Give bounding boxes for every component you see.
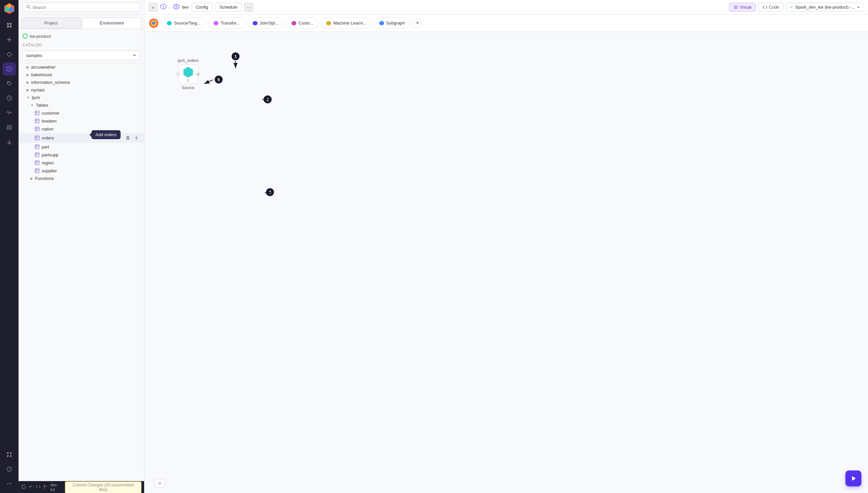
item-label: nation bbox=[42, 127, 140, 131]
more-button[interactable]: ··· bbox=[244, 3, 254, 12]
info-icon[interactable]: i bbox=[21, 485, 26, 490]
delete-btn[interactable] bbox=[124, 134, 132, 142]
canvas-dropdown[interactable] bbox=[154, 479, 165, 488]
tree-item-tpch[interactable]: ▼ tpch bbox=[19, 94, 144, 101]
search-input[interactable] bbox=[32, 5, 136, 10]
schedule-button[interactable]: Schedule bbox=[215, 3, 241, 12]
tab-environment[interactable]: Environment bbox=[82, 18, 142, 28]
svg-rect-33 bbox=[35, 119, 39, 123]
item-label: accuweather bbox=[31, 65, 140, 69]
tree-item-functions[interactable]: ▶ Functions bbox=[19, 175, 144, 182]
arrow-icon: ▶ bbox=[26, 73, 29, 77]
subgraph-label: Subgraph bbox=[386, 21, 405, 25]
item-label: supplier bbox=[42, 168, 140, 173]
tree-item-part[interactable]: part bbox=[19, 143, 144, 151]
tree-item-supplier[interactable]: supplier bbox=[19, 167, 144, 175]
search-icon bbox=[26, 5, 30, 10]
config-button[interactable]: Config bbox=[192, 3, 213, 12]
svg-point-26 bbox=[8, 484, 9, 485]
tab-project[interactable]: Project bbox=[21, 18, 81, 28]
join-split-button[interactable]: Join/Spl... bbox=[247, 18, 284, 29]
custom-button[interactable]: Custo... bbox=[286, 18, 318, 29]
sidebar-pipeline-icon[interactable] bbox=[3, 62, 16, 76]
source-target-button[interactable]: Source/Targ... bbox=[162, 18, 206, 29]
back-button[interactable]: « bbox=[148, 3, 158, 12]
transform-button[interactable]: Transfor... bbox=[209, 18, 245, 29]
pipeline-icon-2 bbox=[173, 4, 179, 11]
annotation-arrows bbox=[145, 32, 868, 493]
ml-button[interactable]: Machine Learni... bbox=[321, 18, 371, 29]
svg-rect-19 bbox=[7, 452, 8, 454]
arrow-icon: ▶ bbox=[26, 88, 29, 92]
visual-button[interactable]: Visual bbox=[729, 3, 756, 12]
svg-rect-16 bbox=[7, 129, 12, 130]
join-split-label: Join/Spl... bbox=[260, 21, 279, 25]
tree-item-partsupp[interactable]: partsupp bbox=[19, 151, 144, 159]
sidebar-more-icon[interactable] bbox=[3, 477, 16, 490]
svg-point-59 bbox=[44, 488, 45, 489]
commit-label: Commit Changes bbox=[72, 483, 103, 487]
kw-product-label: kw-product bbox=[30, 34, 51, 39]
svg-point-58 bbox=[44, 485, 45, 486]
subgraph-button[interactable]: Subgraph bbox=[374, 18, 410, 29]
svg-text:?: ? bbox=[8, 468, 10, 471]
arrow-icon: ▶ bbox=[26, 65, 29, 69]
sidebar-project-icon[interactable] bbox=[3, 19, 16, 32]
svg-rect-47 bbox=[35, 153, 39, 157]
sidebar-diamond-icon[interactable] bbox=[3, 48, 16, 61]
tree-item-lineitem[interactable]: lineitem bbox=[19, 117, 144, 125]
sidebar-add-icon[interactable] bbox=[3, 33, 16, 46]
sidebar-schema-icon[interactable] bbox=[3, 121, 16, 134]
add-btn[interactable] bbox=[133, 134, 140, 142]
app-logo bbox=[3, 3, 15, 15]
svg-marker-73 bbox=[291, 21, 296, 25]
tree-item-nation[interactable]: nation bbox=[19, 125, 144, 133]
table-icon bbox=[35, 118, 40, 124]
add-component-button[interactable]: + bbox=[412, 18, 422, 28]
arrow-sep: › bbox=[169, 5, 171, 10]
chart-icon[interactable] bbox=[28, 485, 33, 490]
table-icon bbox=[35, 152, 40, 157]
transform-label: Transfor... bbox=[221, 21, 240, 25]
table-icon bbox=[35, 110, 40, 115]
tree-item-orders[interactable]: orders Add orde bbox=[19, 133, 144, 143]
annotation-1: 1 bbox=[231, 52, 240, 61]
annotation-3: 3 bbox=[265, 188, 275, 197]
tree-item-region[interactable]: region bbox=[19, 159, 144, 167]
table-icon bbox=[35, 168, 40, 173]
svg-point-63 bbox=[163, 6, 164, 7]
spark-selector[interactable]: ✓ Spark_dev_kw (kw-product) -... bbox=[786, 3, 864, 12]
sidebar-download-icon[interactable] bbox=[3, 135, 16, 148]
tree-item-tables[interactable]: ▼ Tables bbox=[19, 101, 144, 109]
table-icon bbox=[35, 144, 40, 149]
sidebar-grid-icon[interactable] bbox=[3, 448, 16, 461]
catalog-select[interactable]: samples accuweather tpch bbox=[23, 51, 140, 60]
item-label: Tables bbox=[36, 103, 140, 108]
icon-sidebar: ? bbox=[0, 0, 19, 493]
code-icon[interactable] bbox=[36, 485, 40, 490]
spark-label: Spark_dev_kw (kw-product) -... bbox=[795, 5, 855, 9]
code-button[interactable]: Code bbox=[758, 3, 783, 12]
tree-item-accuweather[interactable]: ▶ accuweather bbox=[19, 63, 144, 71]
commit-button[interactable]: Commit Changes (25 uncommitted files) bbox=[65, 481, 142, 493]
tree-item-nyctaxi[interactable]: ▶ nyctaxi bbox=[19, 86, 144, 94]
sidebar-clock-icon[interactable] bbox=[3, 91, 16, 105]
svg-marker-82 bbox=[852, 476, 856, 481]
sidebar-help-icon[interactable]: ? bbox=[3, 463, 16, 476]
sidebar-tag-icon[interactable] bbox=[3, 77, 16, 90]
play-button[interactable] bbox=[845, 470, 861, 486]
svg-marker-70 bbox=[167, 21, 172, 25]
node-box[interactable]: 0 bbox=[178, 64, 198, 84]
tree-item-customer[interactable]: customer bbox=[19, 109, 144, 117]
node-number: 0 bbox=[187, 79, 189, 83]
kw-product-icon bbox=[23, 34, 28, 39]
arrow-icon: ▶ bbox=[26, 81, 29, 84]
tree-item-bakehouse[interactable]: ▶ bakehouse bbox=[19, 71, 144, 79]
tpch-orders-node[interactable]: tpch_orders 0 Source bbox=[178, 58, 198, 90]
main-area: « › dev Config Schedule ··· bbox=[145, 0, 868, 493]
search-input-wrap[interactable] bbox=[23, 3, 140, 12]
breadcrumb-dev: dev bbox=[182, 5, 189, 9]
sidebar-activity-icon[interactable] bbox=[3, 106, 16, 119]
svg-rect-50 bbox=[35, 161, 39, 165]
tree-item-information-schema[interactable]: ▶ information_schema bbox=[19, 79, 144, 86]
